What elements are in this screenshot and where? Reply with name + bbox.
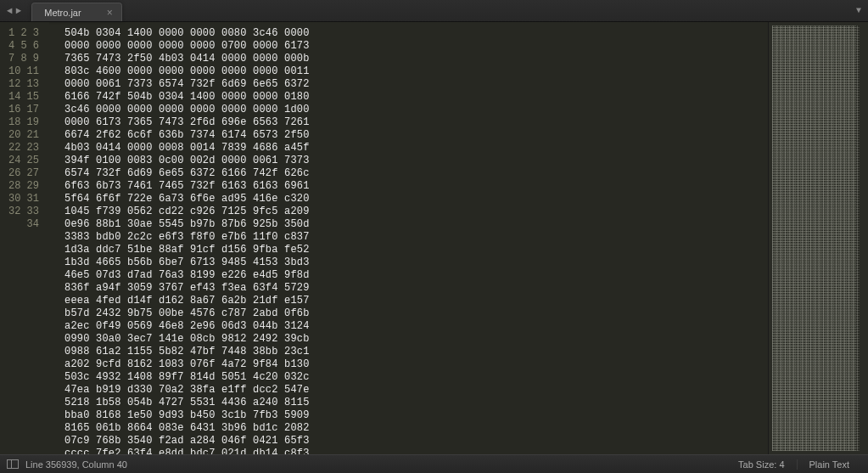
statusbar: Line 356939, Column 40 Tab Size: 4 Plain… <box>0 454 868 473</box>
nav-back-icon[interactable]: ◄ <box>7 6 13 16</box>
status-tab-size[interactable]: Tab Size: 4 <box>726 459 796 470</box>
status-syntax[interactable]: Plain Text <box>797 459 862 470</box>
tab-metro-jar[interactable]: Metro.jar × <box>31 3 121 21</box>
close-icon[interactable]: × <box>107 8 113 18</box>
status-position[interactable]: Line 356939, Column 40 <box>25 459 127 470</box>
minimap-content-overlay <box>772 25 860 451</box>
editor-body[interactable]: 1 2 3 4 5 6 7 8 9 10 11 12 13 14 15 16 1… <box>0 22 768 454</box>
nav-forward-icon[interactable]: ► <box>16 6 22 16</box>
code-area[interactable]: 504b 0304 1400 0000 0000 0080 3c46 0000 … <box>49 22 768 454</box>
nav-arrows: ◄ ► <box>0 6 28 16</box>
titlebar: ◄ ► Metro.jar × ▼ <box>0 0 868 22</box>
editor: 1 2 3 4 5 6 7 8 9 10 11 12 13 14 15 16 1… <box>0 22 868 454</box>
tabs: Metro.jar × <box>31 0 121 21</box>
line-gutter: 1 2 3 4 5 6 7 8 9 10 11 12 13 14 15 16 1… <box>0 22 49 454</box>
tab-menu-icon[interactable]: ▼ <box>856 6 861 15</box>
panel-toggle-icon[interactable] <box>7 459 19 469</box>
tab-label: Metro.jar <box>44 8 81 18</box>
minimap[interactable] <box>768 22 868 454</box>
